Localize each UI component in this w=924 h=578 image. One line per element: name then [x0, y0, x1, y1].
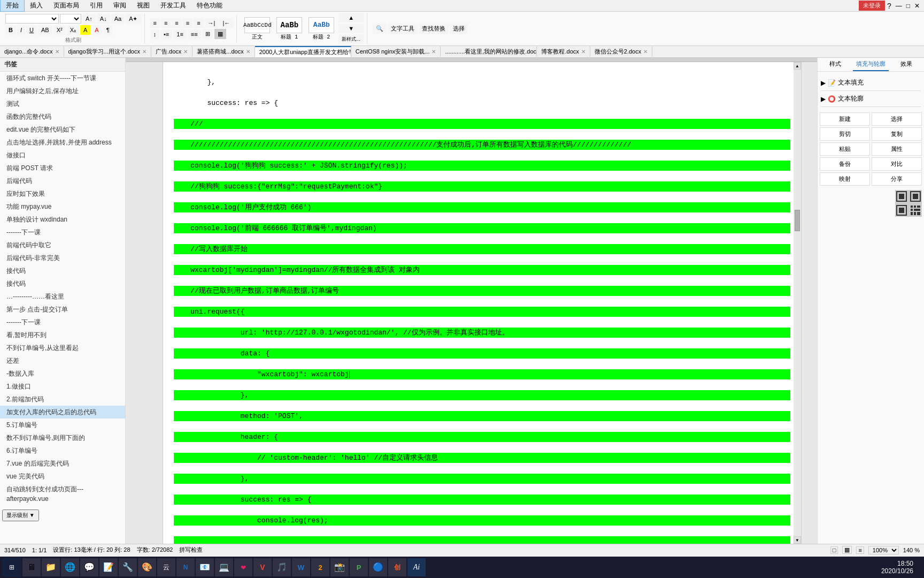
taskbar-browser-icon[interactable]: 🌐	[61, 558, 79, 576]
borders-btn[interactable]: ⊞	[202, 29, 213, 39]
scroll-down-btn[interactable]: ▼	[794, 536, 801, 544]
font-case-btn[interactable]: Aa	[111, 14, 125, 24]
bold-btn[interactable]: B	[5, 25, 16, 35]
taskbar-app6-icon[interactable]: V	[253, 558, 272, 576]
taskbar-app9-icon[interactable]: 2	[311, 558, 329, 576]
nav-item-27[interactable]: 5.订单编号	[0, 419, 125, 431]
superscript-btn[interactable]: X²	[53, 25, 66, 35]
rp-cut-btn[interactable]: 剪切	[820, 127, 870, 141]
indent-left-btn[interactable]: |←	[219, 18, 233, 28]
taskbar-app5-icon[interactable]: ❤	[234, 558, 252, 576]
show-level-btn[interactable]: 显示级别 ▼	[2, 509, 39, 521]
nav-item-6[interactable]: 做接口	[0, 149, 125, 162]
minimize-icon[interactable]: —	[896, 2, 902, 10]
doc-tab-7[interactable]: 博客教程.docx ✕	[537, 47, 590, 57]
distribute-btn[interactable]: ≡	[194, 18, 203, 28]
nav-item-28[interactable]: 数不到订单编号,则用下面的	[0, 431, 125, 444]
nav-item-16[interactable]: 接代码	[0, 277, 125, 290]
taskbar-app12-icon[interactable]: 🔵	[369, 558, 387, 576]
taskbar-app11-icon[interactable]: P	[350, 558, 368, 576]
text-tools-btn[interactable]: 文字工具	[388, 23, 418, 34]
italic-btn[interactable]: I	[17, 25, 25, 35]
numbering-btn[interactable]: 1≡	[173, 29, 187, 39]
spell-check[interactable]: 拼写检查	[179, 546, 203, 554]
nav-item-0[interactable]: 循环式 switch 开关-----下一节课	[0, 72, 125, 85]
zoom-btn[interactable]: 🔍	[373, 24, 387, 34]
style-normal[interactable]: AaBbCcDd 正文	[242, 16, 272, 42]
doc-tab-0[interactable]: django...命令.docx ✕	[0, 47, 64, 57]
nav-item-10[interactable]: 功能 mypay.vue	[0, 200, 125, 213]
nav-item-7[interactable]: 前端 POST 请求	[0, 162, 125, 174]
nav-item-8[interactable]: 后端代码	[0, 174, 125, 187]
nav-item-32[interactable]: 自动跳转到支付成功页面---afterpayok.vue	[0, 483, 125, 505]
shading-btn[interactable]: ▦	[214, 29, 226, 39]
nav-item-4[interactable]: edit.vue 的完整代码如下	[0, 123, 125, 136]
rp-compare-btn[interactable]: 对比	[872, 157, 922, 171]
nav-item-17[interactable]: …---------……看这里	[0, 290, 125, 303]
new-style-btn[interactable]: 新样式...	[338, 34, 364, 44]
close-tab-1[interactable]: ✕	[142, 49, 147, 55]
close-tab-0[interactable]: ✕	[55, 49, 59, 55]
scroll-styles-up[interactable]: ▲	[338, 13, 364, 22]
taskbar-chat-icon[interactable]: 💬	[80, 558, 98, 576]
rp-props-btn[interactable]: 属性	[872, 142, 922, 156]
nav-item-1[interactable]: 用户编辑好之后,保存地址	[0, 85, 125, 97]
nav-item-11[interactable]: 单独的设计 wxdindan	[0, 213, 125, 226]
nav-item-24[interactable]: 1.做接口	[0, 380, 125, 393]
close-tab-3[interactable]: ✕	[246, 49, 250, 55]
doc-tab-3[interactable]: 薯搭搭商城...docx ✕	[192, 47, 255, 57]
nav-item-14[interactable]: 后端代码-非常完美	[0, 252, 125, 264]
bullets-btn[interactable]: •≡	[160, 29, 172, 39]
not-login-button[interactable]: 未登录	[859, 1, 885, 11]
start-button[interactable]: ⊞	[2, 558, 21, 577]
close-tab-5[interactable]: ✕	[432, 49, 436, 55]
taskbar-screen-icon[interactable]: 🖥	[22, 558, 41, 576]
taskbar-app7-icon[interactable]: 🎵	[273, 558, 291, 576]
taskbar-app8-icon[interactable]: W	[292, 558, 310, 576]
code-content[interactable]: }, success: res => { /// ///////////////…	[163, 62, 801, 544]
nav-item-23[interactable]: -数据入库	[0, 367, 125, 380]
nav-item-15[interactable]: 接代码	[0, 264, 125, 277]
menu-item-reference[interactable]: 引用	[84, 0, 108, 11]
taskbar-app10-icon[interactable]: 📸	[330, 558, 349, 576]
align-justify-btn[interactable]: ≡	[183, 18, 192, 28]
font-shrink-btn[interactable]: A↓	[97, 14, 110, 24]
nav-item-29[interactable]: 6.订单编号	[0, 444, 125, 457]
taskbar-app3-icon[interactable]: 📧	[196, 558, 214, 576]
nav-item-25[interactable]: 2.前端加代码	[0, 393, 125, 406]
taskbar-app2-icon[interactable]: N	[176, 558, 195, 576]
rp-select-btn[interactable]: 选择	[872, 112, 922, 126]
menu-item-devtools[interactable]: 开发工具	[155, 0, 191, 11]
vertical-scrollbar[interactable]: ▲ ▼	[794, 62, 801, 544]
taskbar-tool-icon[interactable]: 🔧	[119, 558, 137, 576]
nav-item-12[interactable]: -------下一课	[0, 226, 125, 239]
close-tab-7[interactable]: ✕	[581, 49, 586, 55]
doc-tab-8[interactable]: 微信公众号2.docx ✕	[590, 47, 652, 57]
rp-copy-btn[interactable]: 复制	[872, 127, 922, 141]
taskbar-ai-icon[interactable]: Ai	[407, 558, 426, 576]
nav-item-3[interactable]: 函数的完整代码	[0, 110, 125, 123]
multilevel-btn[interactable]: ≡≡	[188, 29, 201, 39]
align-center-btn[interactable]: ≡	[161, 18, 171, 28]
menu-item-review[interactable]: 审阅	[108, 0, 132, 11]
nav-item-31[interactable]: vue 完美代码	[0, 470, 125, 483]
find-replace-btn[interactable]: 查找替换	[419, 23, 449, 34]
align-left-btn[interactable]: ≡	[150, 18, 160, 28]
right-panel-tab-effect[interactable]: 效果	[889, 58, 924, 71]
close-tab-2[interactable]: ✕	[183, 49, 188, 55]
font-color-btn[interactable]: A	[91, 25, 102, 35]
restore-icon[interactable]: □	[906, 2, 910, 10]
nav-item-9[interactable]: 应时如下效果	[0, 187, 125, 200]
style-heading2[interactable]: AaBb 标题 2	[306, 16, 336, 42]
rp-paste-btn[interactable]: 粘贴	[820, 142, 870, 156]
taskbar-folder-icon[interactable]: 📁	[42, 558, 60, 576]
nav-item-22[interactable]: 还差	[0, 354, 125, 367]
taskbar-app1-icon[interactable]: 云	[157, 558, 175, 576]
nav-item-5[interactable]: 点击地址选择,并跳转,并使用 address	[0, 136, 125, 149]
doc-tab-6[interactable]: ............看这里,我的网站的修改.docx ✕	[441, 47, 537, 57]
right-panel-tab-style[interactable]: 样式	[818, 58, 853, 71]
font-grow-btn[interactable]: A↑	[82, 14, 96, 24]
content-area[interactable]: }, success: res => { /// ///////////////…	[126, 58, 817, 544]
font-name-select[interactable]: Courier New	[5, 14, 59, 24]
strikethrough-btn[interactable]: AB	[38, 25, 52, 35]
